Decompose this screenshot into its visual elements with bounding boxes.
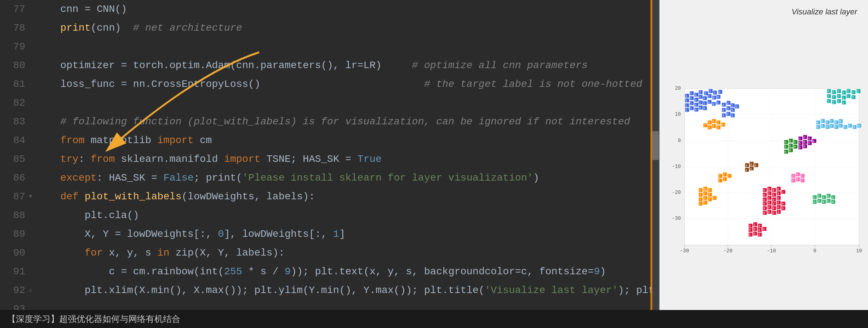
svg-text:2: 2 bbox=[699, 90, 701, 94]
main-container: 77 cnn = CNN() 78 print(cnn) # net archi… bbox=[0, 0, 868, 328]
viz-chart: 20 10 0 -10 -20 -30 -30 -20 -10 0 10 1 1 bbox=[663, 20, 866, 324]
svg-text:4: 4 bbox=[750, 162, 752, 166]
line-number: 82 bbox=[0, 94, 32, 112]
from-keyword: from bbox=[60, 135, 84, 146]
svg-text:1: 1 bbox=[708, 100, 710, 104]
code-lines: 77 cnn = CNN() 78 print(cnn) # net archi… bbox=[0, 0, 659, 328]
code-editor[interactable]: 77 cnn = CNN() 78 print(cnn) # net archi… bbox=[0, 0, 659, 328]
svg-text:4: 4 bbox=[750, 167, 752, 170]
tsne-chart: 20 10 0 -10 -20 -30 -30 -20 -10 0 10 1 1 bbox=[663, 20, 866, 324]
svg-text:4: 4 bbox=[823, 200, 824, 204]
svg-text:7: 7 bbox=[708, 198, 710, 201]
svg-text:4: 4 bbox=[782, 202, 784, 205]
svg-text:8: 8 bbox=[799, 146, 801, 149]
svg-text:5: 5 bbox=[849, 124, 850, 128]
svg-text:7: 7 bbox=[719, 179, 720, 182]
line-number: 77 bbox=[0, 0, 32, 19]
table-row: 89 X, Y = lowDWeights[:, 0], lowDWeights… bbox=[0, 225, 659, 244]
svg-text:8: 8 bbox=[808, 141, 810, 145]
svg-text:8: 8 bbox=[789, 149, 791, 152]
svg-text:8: 8 bbox=[713, 96, 714, 99]
svg-text:1: 1 bbox=[695, 93, 697, 97]
svg-text:4: 4 bbox=[792, 174, 794, 178]
table-row: 87 ▾ def plot_with_labels(lowDWeights, l… bbox=[0, 187, 659, 206]
svg-text:7: 7 bbox=[704, 192, 706, 195]
svg-text:4: 4 bbox=[758, 228, 760, 232]
svg-text:5: 5 bbox=[832, 90, 834, 94]
svg-text:8: 8 bbox=[803, 145, 805, 148]
svg-text:9: 9 bbox=[777, 196, 779, 200]
svg-text:8: 8 bbox=[794, 145, 795, 149]
svg-text:7: 7 bbox=[719, 174, 720, 178]
svg-text:2: 2 bbox=[727, 101, 729, 105]
svg-text:1: 1 bbox=[717, 101, 719, 105]
svg-text:9: 9 bbox=[772, 202, 774, 205]
svg-text:2: 2 bbox=[852, 90, 854, 94]
line-content: from matplotlib import cm bbox=[32, 131, 659, 150]
line-content: # following function (plot_with_labels) … bbox=[32, 112, 659, 131]
svg-text:1: 1 bbox=[703, 97, 705, 100]
table-row: 90 for x, y, s in zip(X, Y, labels): bbox=[0, 244, 659, 262]
svg-text:5: 5 bbox=[858, 124, 859, 128]
svg-text:6: 6 bbox=[785, 145, 786, 149]
svg-text:20: 20 bbox=[675, 85, 681, 91]
svg-text:7: 7 bbox=[699, 193, 701, 197]
svg-text:5: 5 bbox=[853, 125, 855, 129]
svg-text:7: 7 bbox=[699, 202, 701, 205]
svg-text:5: 5 bbox=[818, 194, 820, 198]
svg-text:9: 9 bbox=[772, 193, 774, 197]
svg-text:7: 7 bbox=[699, 198, 701, 201]
table-row: 80 optimizer = torch.optim.Adam(cnn.para… bbox=[0, 56, 659, 75]
svg-text:4: 4 bbox=[801, 179, 803, 182]
svg-text:4: 4 bbox=[796, 173, 798, 176]
line-number: 88 bbox=[0, 206, 32, 225]
svg-text:4: 4 bbox=[777, 201, 779, 204]
line-number: 81 bbox=[0, 75, 32, 94]
fold-icon[interactable]: ▾ bbox=[28, 187, 33, 206]
svg-text:9: 9 bbox=[758, 224, 760, 228]
table-row: 86 except: HAS_SK = False; print('Please… bbox=[0, 169, 659, 187]
svg-text:4: 4 bbox=[827, 199, 829, 203]
viz-title: Visualize last layer bbox=[792, 7, 857, 17]
svg-text:4: 4 bbox=[832, 196, 833, 199]
svg-text:3: 3 bbox=[708, 121, 710, 124]
svg-text:3: 3 bbox=[708, 126, 710, 129]
svg-text:7: 7 bbox=[723, 177, 725, 181]
svg-text:3: 3 bbox=[722, 108, 724, 112]
svg-text:4: 4 bbox=[792, 179, 794, 182]
svg-text:8: 8 bbox=[703, 107, 705, 110]
svg-text:9: 9 bbox=[768, 205, 770, 209]
svg-text:0: 0 bbox=[678, 138, 681, 143]
svg-text:4: 4 bbox=[827, 194, 829, 198]
svg-text:5: 5 bbox=[821, 124, 823, 128]
line-number: 92 bbox=[0, 281, 32, 300]
svg-text:2: 2 bbox=[847, 89, 849, 93]
svg-text:9: 9 bbox=[772, 207, 774, 210]
svg-text:9: 9 bbox=[772, 198, 774, 201]
svg-text:1: 1 bbox=[690, 102, 692, 105]
svg-text:9: 9 bbox=[768, 210, 770, 214]
scrollbar[interactable] bbox=[652, 0, 659, 328]
scrollbar-thumb[interactable] bbox=[652, 131, 659, 160]
svg-text:7: 7 bbox=[723, 173, 725, 176]
svg-text:-10: -10 bbox=[767, 248, 776, 254]
svg-text:3: 3 bbox=[826, 125, 828, 129]
line-content: X, Y = lowDWeights[:, 0], lowDWeights[:,… bbox=[32, 225, 659, 244]
svg-text:1: 1 bbox=[695, 98, 697, 102]
svg-text:9: 9 bbox=[777, 192, 779, 195]
svg-text:1: 1 bbox=[690, 97, 692, 100]
svg-text:0: 0 bbox=[814, 248, 816, 254]
svg-text:8: 8 bbox=[699, 106, 701, 110]
line-number: 89 bbox=[0, 225, 32, 244]
svg-text:1: 1 bbox=[685, 104, 687, 107]
svg-text:5: 5 bbox=[844, 125, 846, 129]
line-content: c = cm.rainbow(int(255 * s / 9)); plt.te… bbox=[32, 262, 659, 281]
table-row: 92 ⚠ plt.xlim(X.min(), X.max()); plt.yli… bbox=[0, 281, 659, 300]
svg-text:10: 10 bbox=[856, 248, 862, 254]
svg-text:0: 0 bbox=[763, 198, 765, 201]
table-row: 77 cnn = CNN() bbox=[0, 0, 659, 19]
svg-text:3: 3 bbox=[727, 107, 729, 110]
svg-text:4: 4 bbox=[758, 233, 760, 236]
line-content: optimizer = torch.optim.Adam(cnn.paramet… bbox=[32, 56, 659, 75]
svg-text:2: 2 bbox=[852, 96, 854, 99]
